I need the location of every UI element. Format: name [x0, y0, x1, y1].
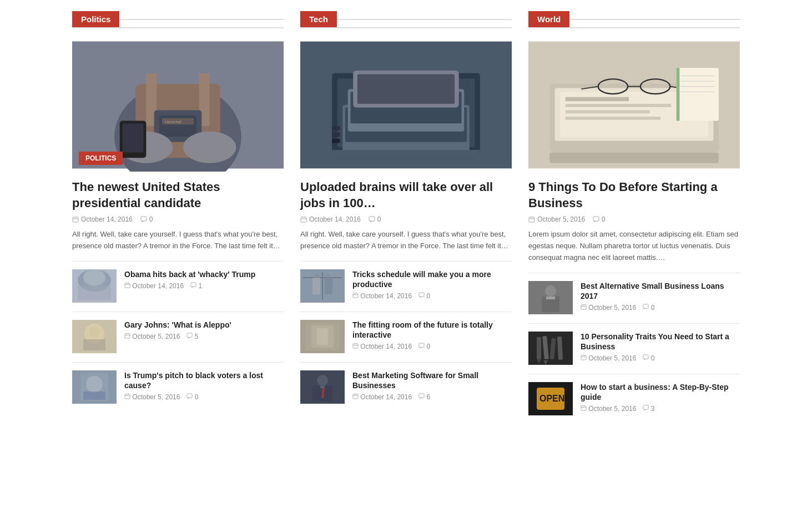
list-item: Best Alternative Small Business Loans 20…: [528, 281, 740, 314]
svg-rect-59: [301, 217, 306, 222]
world-main-date: October 5, 2016: [528, 215, 585, 223]
comment-icon-sm: [186, 393, 193, 399]
svg-rect-27: [191, 283, 196, 287]
page-container: Politics: [0, 0, 812, 435]
tech-main-image: [300, 38, 512, 172]
world-main-image: [528, 38, 740, 172]
world-item-3-image: OPEN: [528, 382, 573, 415]
world-divider-3: [528, 374, 740, 374]
politics-divider-2: [72, 312, 284, 312]
svg-rect-73: [419, 293, 424, 297]
tech-item-3-title[interactable]: Best Marketing Software for Small Busine…: [352, 370, 512, 390]
svg-rect-13: [122, 123, 143, 152]
svg-rect-18: [141, 217, 147, 221]
tech-item-3-image: [300, 370, 345, 404]
world-main-comments: 0: [593, 215, 606, 223]
svg-rect-51: [332, 150, 480, 158]
world-item-2-date: October 5, 2016: [581, 354, 636, 362]
svg-rect-55: [357, 74, 455, 104]
world-item-2-info: 10 Personality Traits You Need to Start …: [581, 332, 740, 362]
svg-rect-32: [125, 334, 130, 338]
politics-item-2-date: October 5, 2016: [124, 333, 180, 340]
tech-item-3-date: October 14, 2016: [352, 393, 412, 401]
tech-column: Tech: [300, 11, 512, 424]
politics-badge: POLITICS: [79, 152, 123, 165]
politics-item-3-meta: October 5, 2016 0: [124, 393, 284, 401]
politics-item-1-image: [72, 269, 117, 303]
calendar-icon-sm: [124, 393, 130, 399]
calendar-icon: [72, 216, 79, 223]
politics-divider-1: [72, 261, 284, 262]
politics-item-3-title[interactable]: Is Trump's pitch to black voters a lost …: [124, 370, 284, 390]
list-item: Gary Johns: 'What is Aleppo' October 5, …: [72, 320, 284, 353]
calendar-icon-sm: [352, 343, 359, 349]
politics-main-date: October 14, 2016: [72, 215, 133, 223]
svg-rect-77: [353, 344, 358, 348]
list-item: Best Marketing Software for Small Busine…: [300, 370, 512, 404]
world-main-title[interactable]: 9 Things To Do Before Starting a Busines…: [528, 179, 740, 211]
tech-item-1-info: Tricks schedule will make you a more pro…: [352, 269, 512, 300]
politics-main-comments: 0: [140, 215, 153, 223]
tech-divider-2: [300, 312, 512, 312]
world-main-excerpt: Lorem ipsum dolor sit amet, consectetur …: [528, 229, 740, 263]
tech-item-3-meta: October 14, 2016 6: [352, 393, 512, 401]
list-item: Obama hits back at 'whacky' Trump Octobe…: [72, 269, 284, 303]
tech-item-2-title[interactable]: The fitting room of the future is totall…: [352, 320, 512, 340]
world-section-line: [569, 19, 740, 20]
comment-icon: [140, 216, 147, 223]
politics-item-1-meta: October 14, 2016 1: [124, 282, 284, 290]
calendar-icon-sm: [124, 282, 130, 288]
svg-rect-45: [187, 394, 192, 398]
svg-rect-141: [581, 406, 586, 410]
svg-point-31: [89, 327, 100, 338]
svg-rect-56: [332, 126, 340, 131]
svg-rect-99: [566, 117, 660, 120]
tech-main-title[interactable]: Uploaded brains will take over all jobs …: [300, 179, 512, 211]
world-item-1-title[interactable]: Best Alternative Small Business Loans 20…: [581, 281, 740, 301]
svg-rect-111: [677, 68, 680, 121]
world-item-3-date: October 5, 2016: [581, 405, 636, 413]
politics-item-1-info: Obama hits back at 'whacky' Trump Octobe…: [124, 269, 284, 290]
comment-icon-sm: [418, 343, 425, 349]
calendar-icon-sm: [124, 333, 130, 339]
comment-icon: [369, 216, 375, 223]
svg-rect-57: [332, 133, 340, 137]
svg-rect-87: [353, 394, 358, 399]
politics-item-2-title[interactable]: Gary Johns: 'What is Aleppo': [124, 320, 284, 330]
politics-item-1-date: October 14, 2016: [124, 282, 184, 290]
comment-icon: [593, 216, 599, 223]
svg-point-83: [317, 375, 328, 386]
politics-item-2-comments: 5: [186, 333, 198, 340]
svg-rect-67: [312, 278, 320, 294]
politics-item-1-comments: 1: [190, 282, 202, 290]
svg-rect-81: [419, 343, 424, 347]
svg-point-118: [545, 285, 556, 297]
world-item-2-title[interactable]: 10 Personality Traits You Need to Start …: [581, 332, 740, 352]
tech-item-2-info: The fitting room of the future is totall…: [352, 320, 512, 350]
tech-item-1-title[interactable]: Tricks schedule will make you a more pro…: [352, 269, 512, 289]
comment-icon-sm: [190, 282, 196, 288]
calendar-icon-sm: [352, 393, 359, 399]
svg-rect-23: [125, 283, 130, 288]
list-item: The fitting room of the future is totall…: [300, 320, 512, 353]
tech-main-meta: October 14, 2016 0: [300, 215, 512, 223]
tech-item-1-comments: 0: [418, 292, 430, 300]
calendar-icon: [528, 216, 535, 223]
world-item-3-title[interactable]: How to start a business: A Step-By-Step …: [581, 382, 740, 402]
tech-divider-3: [300, 362, 512, 363]
svg-rect-100: [549, 153, 719, 163]
list-item: 10 Personality Traits You Need to Start …: [528, 332, 740, 365]
politics-main-image-wrapper: Herschel POLITICS: [72, 38, 284, 172]
svg-rect-125: [643, 304, 648, 308]
politics-tag: Politics: [72, 11, 119, 27]
calendar-icon: [300, 216, 307, 223]
politics-item-1-title[interactable]: Obama hits back at 'whacky' Trump: [124, 269, 284, 279]
world-item-3-info: How to start a business: A Step-By-Step …: [581, 382, 740, 413]
world-item-2-image: [528, 332, 573, 365]
politics-main-title[interactable]: The newest United States presidential ca…: [72, 179, 284, 211]
svg-rect-133: [581, 355, 586, 360]
politics-column: Politics: [72, 11, 284, 424]
world-item-1-meta: October 5, 2016 0: [581, 304, 740, 312]
world-item-1-image: [528, 281, 573, 314]
world-tag: World: [528, 11, 569, 27]
